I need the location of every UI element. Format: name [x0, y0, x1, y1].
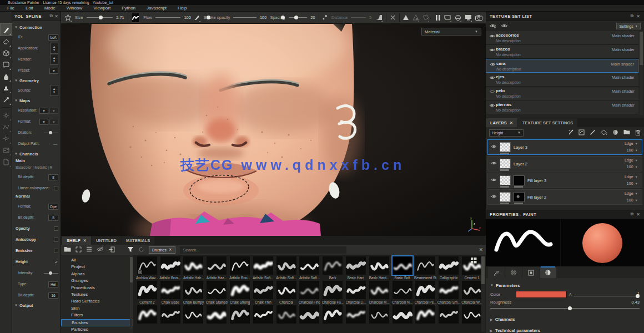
clone-tool[interactable] [1, 82, 12, 94]
settings-dropdown[interactable]: Settings ▼ [616, 23, 641, 29]
brush-item-bark[interactable]: Bark [321, 256, 344, 281]
layer-row-fill-layer-3[interactable]: Fill layer 3Ldge▼100▼ [487, 173, 642, 188]
eye-off-icon[interactable] [97, 246, 104, 253]
channel-toggle-height[interactable]: Height✓ [14, 256, 58, 268]
field-format[interactable]: Format:Ope [14, 201, 58, 212]
menu-item-file[interactable]: File [2, 5, 19, 12]
texture-set-row-pelo[interactable]: peloMain shaderNo description [486, 87, 638, 100]
section-geometry[interactable]: ▼Geometry [14, 76, 58, 85]
brush-item[interactable] [298, 305, 321, 330]
brush-item[interactable] [159, 305, 182, 330]
close-panel-icon[interactable]: ✕ [636, 212, 640, 217]
brush-item-charcoal-pe[interactable]: Charcoal Pe... [414, 281, 437, 305]
filter-icon[interactable] [127, 246, 134, 254]
visibility-eye-icon[interactable] [489, 75, 495, 81]
badge-tool[interactable] [1, 144, 12, 156]
projection-tool[interactable] [1, 47, 12, 59]
size-slider[interactable] [87, 17, 113, 18]
visibility-eye-icon[interactable] [489, 89, 495, 95]
layer-name[interactable]: Layer 2 [514, 162, 527, 167]
float-panel-icon[interactable]: ⧉ [631, 211, 634, 217]
flow-slider[interactable] [155, 17, 180, 18]
blend-mode-dropdown[interactable]: Ldge▼ [625, 174, 638, 180]
channel-toggle-opacity[interactable]: Opacity [14, 223, 58, 234]
shelf-category-grunges[interactable]: Grunges [61, 278, 133, 284]
layer-thumbnail[interactable] [500, 175, 511, 185]
camera-icon[interactable] [475, 13, 482, 22]
brush-preview-icon[interactable] [131, 13, 140, 23]
brush-item-charcoal-n[interactable]: Charcoal N... [391, 281, 414, 305]
visibility-eye-icon[interactable] [490, 62, 496, 68]
field-linearcolorspace[interactable]: Linear colorspace: [14, 183, 58, 194]
channel-filter-dropdown[interactable]: Height ▼ [489, 129, 524, 137]
viewport-3d[interactable]: Material ▼ 技艺CGwww.qdnxxfb.cn y z x [61, 24, 486, 236]
menu-item-python[interactable]: Python [117, 5, 140, 12]
color-swatch[interactable] [516, 291, 567, 298]
search-input[interactable]: Search... [180, 246, 346, 254]
menu-item-mode[interactable]: Mode [39, 5, 61, 12]
brush-item[interactable] [275, 305, 298, 330]
add-effect-icon[interactable] [568, 129, 573, 137]
brush-item-charcoal[interactable]: Charcoal [275, 281, 298, 305]
eraser-tool[interactable] [1, 36, 12, 47]
chip-close-icon[interactable]: ✕ [169, 248, 172, 252]
brush-item-charcoal-m[interactable]: Charcoal M... [368, 281, 391, 305]
menu-item-help[interactable]: Help [173, 5, 192, 12]
brush-item-basic-hard[interactable]: Basic Hard [344, 256, 368, 281]
distance-slider[interactable] [351, 17, 366, 18]
grid-view-icon[interactable] [471, 258, 477, 265]
channels-section-header[interactable]: ▶Channels [490, 315, 640, 323]
refresh-icon[interactable] [138, 246, 144, 254]
section-output[interactable]: ▼Output [14, 301, 58, 310]
shelf-category-all[interactable]: All [61, 257, 133, 264]
category-scrollbar[interactable] [130, 257, 133, 329]
section-channels[interactable]: ▼Channels [14, 149, 58, 158]
field-application[interactable]: Application:▲▼ [14, 43, 58, 54]
section-maps[interactable]: ▼Maps [14, 96, 58, 105]
channel-toggle-emissive[interactable]: Emissive [14, 245, 58, 256]
brush-item-artistic-rou[interactable]: Artistic Rou... [228, 256, 251, 281]
brush-tip-icon[interactable] [194, 13, 200, 22]
brush-item-artistic-soft[interactable]: Artistic Soft... [298, 256, 321, 281]
field-outputpath[interactable]: Output Path:· — [14, 138, 58, 149]
shelf-category-project[interactable]: Project [61, 264, 133, 270]
field-dilation[interactable]: Dilation: [14, 127, 58, 138]
brush-item[interactable] [205, 305, 228, 330]
layer-mask-thumbnail[interactable] [514, 175, 525, 185]
add-smart-layer-icon[interactable] [578, 129, 585, 137]
add-folder-icon[interactable] [623, 129, 630, 136]
brush-item-artistic-brus[interactable]: Artistic Brus... [159, 256, 182, 281]
tab-close-icon[interactable]: ✕ [83, 238, 87, 243]
shelf-category-alphas[interactable]: Alphas [61, 271, 133, 278]
brush-item-cement-2[interactable]: Cement 2 [135, 281, 159, 305]
tab-close-icon[interactable]: ✕ [510, 120, 513, 125]
paint-brush-tool[interactable] [1, 24, 12, 36]
shelf-category-textures[interactable]: Textures [61, 291, 133, 298]
layer-thumbnail[interactable] [500, 142, 511, 152]
brush-item-chalk-thin[interactable]: Chalk Thin [251, 281, 275, 305]
brush-item[interactable] [460, 305, 484, 330]
add-smart-material-icon[interactable] [612, 129, 618, 137]
expand-icon[interactable] [76, 246, 82, 254]
lazy-mouse-icon[interactable] [64, 13, 72, 22]
layer-opacity-dropdown[interactable]: 100▼ [625, 197, 638, 204]
field-bitdepth[interactable]: Bit depth:8 [14, 171, 58, 183]
material-picker-tool[interactable] [1, 94, 12, 105]
channel-toggle-anisotropy[interactable]: Anisotropy [14, 234, 58, 245]
brush-item-artistic-hair[interactable]: Artistic Hair... [182, 256, 205, 281]
brush-item[interactable] [344, 305, 368, 330]
brush-item[interactable] [228, 305, 251, 330]
field-render[interactable]: Render:▲▼ [14, 54, 58, 65]
list-view-icon[interactable] [86, 246, 92, 253]
alpha-slider[interactable] [573, 296, 640, 296]
layer-thumbnail[interactable] [500, 192, 511, 202]
material-mode-icon[interactable] [455, 13, 461, 22]
layer-thumbnail[interactable] [500, 159, 511, 169]
field-intensity[interactable]: Intensity: [14, 268, 58, 279]
symmetry-cross-icon[interactable] [390, 13, 396, 22]
float-panel-icon[interactable]: ⧉ [631, 13, 634, 19]
blend-mode-dropdown[interactable]: Ldge▼ [625, 140, 638, 147]
shelf-tab-materials[interactable]: MATERIALS [122, 236, 154, 245]
brush-item[interactable] [414, 305, 437, 330]
layer-row-layer-2[interactable]: Layer 2Ldge▼100▼ [487, 156, 642, 171]
